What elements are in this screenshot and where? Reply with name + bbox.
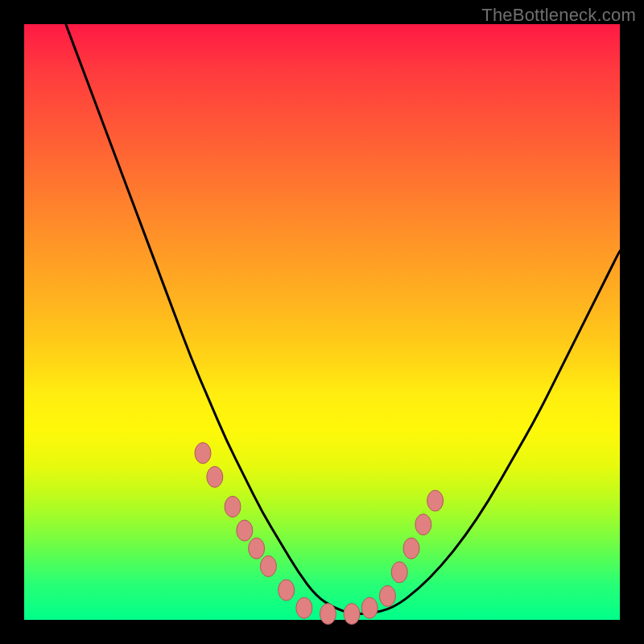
curve-marker [195, 443, 211, 464]
chart-frame: TheBottleneck.com [0, 0, 644, 644]
curve-marker [279, 580, 295, 601]
curve-marker [379, 585, 395, 606]
curve-marker [249, 538, 265, 559]
curve-marker [260, 555, 276, 576]
curve-marker [427, 490, 444, 511]
curve-marker [403, 538, 419, 559]
bottleneck-curve [66, 24, 620, 614]
curve-marker [207, 466, 223, 487]
curve-marker [296, 597, 312, 618]
watermark-text: TheBottleneck.com [481, 5, 636, 26]
curve-marker [344, 604, 360, 625]
curve-marker [237, 520, 253, 541]
curve-marker [225, 496, 241, 517]
curve-marker [320, 604, 336, 625]
curve-line [66, 24, 620, 614]
curve-marker [391, 562, 407, 583]
curve-marker [415, 514, 431, 535]
chart-svg [24, 24, 620, 620]
curve-marker [361, 597, 378, 618]
